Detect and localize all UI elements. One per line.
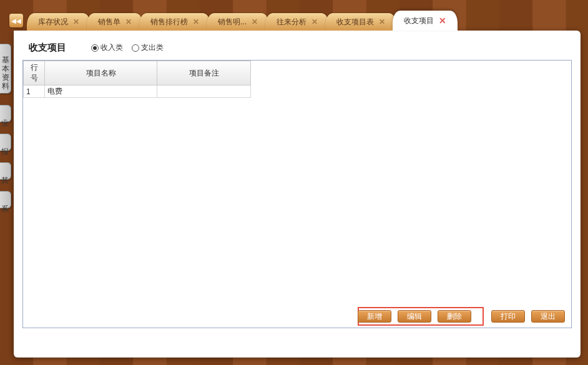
radio-expense-label: 支出类 (141, 42, 164, 53)
cell-remark (157, 85, 251, 98)
tab-label: 收支项目 (404, 11, 434, 31)
tab-label: 销售单 (98, 13, 120, 31)
table-header-row: 行号 项目名称 项目备注 (24, 61, 251, 85)
side-nav-item-report[interactable]: 报表查询 (0, 134, 11, 151)
tabs-scroll-left[interactable]: ◀◀ (9, 14, 23, 27)
edit-button[interactable]: 编辑 (398, 310, 431, 323)
tab-strip: ◀◀ 库存状况✕销售单✕销售排行榜✕销售明...✕往来分析✕收支项目表✕收支项目… (9, 11, 588, 31)
tab-4[interactable]: 往来分析✕ (265, 13, 329, 31)
tab-5[interactable]: 收支项目表✕ (325, 13, 396, 31)
cell-name: 电费 (45, 85, 157, 98)
tab-6[interactable]: 收支项目✕ (393, 11, 458, 31)
page-header: 收支项目 收入类 支出类 (22, 39, 572, 60)
page-title: 收支项目 (29, 42, 66, 54)
tabs-container: 库存状况✕销售单✕销售排行榜✕销售明...✕往来分析✕收支项目表✕收支项目✕ (27, 11, 588, 31)
tab-label: 销售排行榜 (150, 13, 188, 31)
tab-3[interactable]: 销售明...✕ (207, 13, 269, 31)
col-header-name: 项目名称 (45, 61, 157, 85)
tab-1[interactable]: 销售单✕ (87, 13, 143, 31)
tab-label: 收支项目表 (336, 13, 374, 31)
content-box: 行号 项目名称 项目备注 1电费 新增 编辑 删除 打印 退出 (22, 60, 572, 328)
col-header-remark: 项目备注 (157, 61, 251, 85)
items-table: 行号 项目名称 项目备注 1电费 (23, 61, 251, 98)
close-icon[interactable]: ✕ (379, 13, 385, 31)
close-icon[interactable]: ✕ (73, 13, 79, 31)
delete-button[interactable]: 删除 (438, 310, 471, 323)
tab-label: 往来分析 (277, 13, 306, 31)
exit-button[interactable]: 退出 (531, 310, 565, 323)
radio-expense[interactable]: 支出类 (132, 42, 164, 53)
side-nav-item-biz[interactable]: 业务录入 (0, 105, 11, 122)
category-radio-group: 收入类 支出类 (91, 42, 164, 53)
close-icon[interactable]: ✕ (193, 13, 199, 31)
side-nav-item-system[interactable]: 系统管理 (0, 191, 11, 208)
footer-buttons: 新增 编辑 删除 打印 退出 (358, 310, 565, 323)
main-panel: 收支项目 收入类 支出类 行号 项目名称 项目备注 1电费 (14, 31, 581, 358)
cell-rownum: 1 (24, 85, 45, 98)
side-nav-item-basic[interactable]: 基本资料 (0, 44, 11, 94)
side-nav: 基本资料 业务录入 报表查询 其它功能 系统管理 (0, 44, 11, 220)
print-button[interactable]: 打印 (491, 310, 525, 323)
radio-income[interactable]: 收入类 (91, 42, 123, 53)
add-button[interactable]: 新增 (358, 310, 391, 323)
tab-label: 销售明... (218, 13, 247, 31)
table-row[interactable]: 1电费 (24, 85, 251, 98)
side-nav-item-other[interactable]: 其它功能 (0, 162, 11, 180)
tab-2[interactable]: 销售排行榜✕ (139, 13, 210, 31)
close-icon[interactable]: ✕ (125, 13, 132, 31)
close-icon[interactable]: ✕ (439, 11, 446, 31)
col-header-rownum: 行号 (24, 61, 45, 85)
radio-expense-dot (132, 44, 139, 52)
radio-income-label: 收入类 (100, 42, 123, 53)
close-icon[interactable]: ✕ (252, 13, 258, 31)
tab-0[interactable]: 库存状况✕ (27, 13, 91, 31)
close-icon[interactable]: ✕ (311, 13, 318, 31)
tab-label: 库存状况 (38, 13, 68, 31)
radio-income-dot (91, 44, 99, 52)
